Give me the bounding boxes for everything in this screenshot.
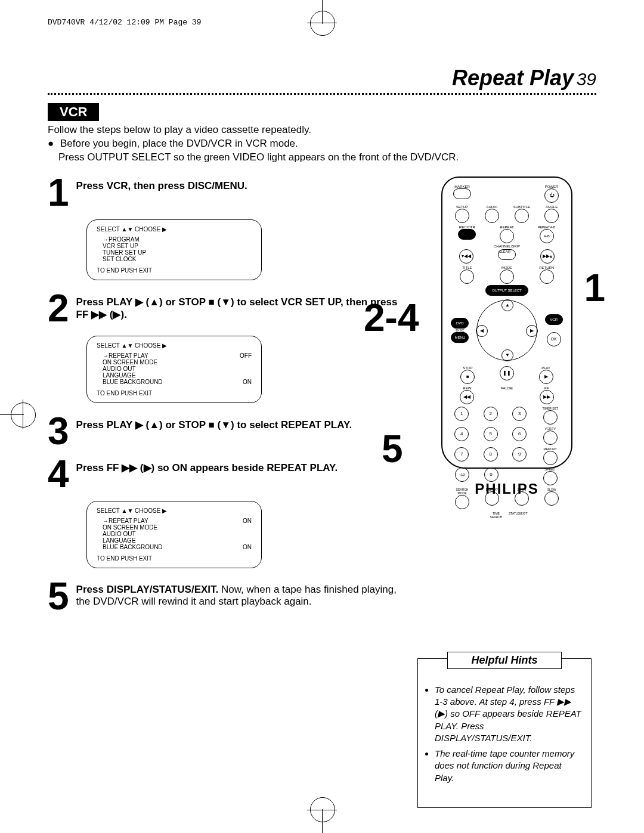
down-button: ▼: [501, 349, 513, 361]
callout-5: 5: [382, 427, 403, 471]
osd-item: AUDIO OUT: [103, 366, 136, 372]
remote-label: PLAY: [537, 366, 555, 370]
osd-value: ON: [243, 518, 252, 524]
remote-label: AUDIO: [483, 205, 501, 209]
title-button: [460, 270, 474, 284]
angle-button: [544, 209, 559, 223]
page-title: Repeat Play: [452, 66, 574, 90]
remote-label: SPEED: [541, 467, 559, 471]
helpful-hints-box: Helpful Hints To cancel Repeat Play, fol…: [417, 658, 592, 808]
num-1: 1: [454, 407, 469, 421]
step-text: Press DISPLAY/STATUS/EXIT. Now, when a t…: [76, 580, 400, 612]
step-number: 2: [48, 292, 69, 324]
callout-1: 1: [584, 266, 605, 310]
step-2: 2 Press PLAY ▶ (▲) or STOP ■ (▼) to sele…: [48, 292, 400, 324]
vcr-tv-button: [543, 431, 558, 445]
remote-label: MARKER: [453, 185, 471, 188]
osd-value: ON: [243, 544, 252, 550]
return-button: [540, 270, 554, 284]
clear-button: CLEAR: [498, 249, 516, 260]
marker-button: [453, 188, 471, 199]
osd-1: SELECT ▲▼ CHOOSE ▶ →PROGRAM VCR SET UP T…: [86, 219, 262, 280]
ff-button: ▶▶: [540, 390, 554, 404]
remote-label: STOP: [459, 366, 476, 370]
hints-body: To cancel Repeat Play, follow steps 1-3 …: [418, 678, 591, 798]
up-button: ▲: [501, 299, 513, 311]
crop-mark: [11, 402, 36, 428]
remote-label: DISC: [451, 329, 469, 332]
osd-item: AUDIO OUT: [103, 531, 136, 537]
crop-mark: [310, 11, 335, 36]
osd-line: SET CLOCK: [97, 256, 252, 262]
nav-pad: ▲ ▼ ◀ ▶: [476, 300, 537, 361]
remote-label: CLEAR: [499, 250, 510, 253]
osd-item: LANGUAGE: [103, 537, 136, 544]
osd-value: ON: [243, 379, 252, 385]
step-text: Press PLAY ▶ (▲) or STOP ■ (▼) to select…: [76, 292, 400, 324]
section-header: VCR: [48, 103, 596, 121]
page-number: 39: [577, 69, 596, 89]
num-5: 5: [484, 427, 498, 441]
remote-label: SEARCH MODE: [453, 488, 471, 495]
step-bold: Press PLAY ▶ (▲) or STOP ■ (▼) to select…: [76, 296, 398, 320]
osd-line: TUNER SET UP: [97, 249, 252, 256]
remote-label: REW: [458, 386, 476, 390]
osd-item: →REPEAT PLAY: [103, 352, 148, 359]
mode-button: [500, 270, 514, 284]
step-bold: Press PLAY ▶ (▲) or STOP ■ (▼) to select…: [76, 419, 352, 431]
speed-button: [543, 471, 558, 485]
osd-item: ON SCREEN MODE: [103, 359, 157, 366]
slow-button: [544, 491, 559, 506]
plus10-button: +10: [455, 467, 469, 482]
intro-bullet: Before you begin, place the DVD/VCR in V…: [48, 137, 596, 151]
repeat-button: [500, 229, 514, 243]
step-text: Press FF ▶▶ (▶) so ON appears beside REP…: [76, 458, 338, 490]
remote-label: OK: [551, 337, 557, 341]
remote-label: REPEAT: [498, 225, 516, 229]
next-button: ▶▶▴: [540, 249, 555, 264]
brand-logo: PHILIPS: [417, 481, 596, 497]
ok-button: OK: [547, 332, 561, 346]
remote-label: PAUSE: [498, 386, 516, 390]
num-3: 3: [512, 407, 527, 421]
right-button: ▶: [526, 325, 538, 337]
osd-footer: TO END PUSH EXIT: [97, 390, 252, 397]
remote-label: ANGLE: [543, 205, 561, 209]
osd-header: SELECT ▲▼ CHOOSE ▶: [97, 342, 252, 349]
repeat-ab-button: A-B: [540, 229, 554, 243]
step-5: 5 Press DISPLAY/STATUS/EXIT. Now, when a…: [48, 580, 400, 612]
pause-button: ❚❚: [500, 366, 514, 380]
osd-value: OFF: [240, 352, 252, 359]
callout-24: 2-4: [364, 296, 419, 340]
num-2: 2: [484, 407, 498, 421]
hints-header: Helpful Hints: [447, 652, 562, 669]
hint-item: The real-time tape counter memory does n…: [435, 748, 583, 784]
remote-label: TITLE: [458, 266, 476, 270]
step-number: 5: [48, 580, 69, 612]
step-3: 3 Press PLAY ▶ (▲) or STOP ■ (▼) to sele…: [48, 415, 400, 447]
remote-label: POWER: [543, 185, 561, 188]
osd-2: SELECT ▲▼ CHOOSE ▶ →REPEAT PLAYOFF ON SC…: [86, 336, 262, 403]
step-text: Press VCR, then press DISC/MENU.: [76, 176, 247, 209]
audio-button: [485, 209, 499, 223]
num-0: 0: [484, 467, 499, 482]
remote-column: 1 2-4 5 MARKER POWER⏻ SETUP AUDIO SUBTIT…: [417, 176, 596, 808]
osd-line: →PROGRAM: [97, 236, 252, 243]
remote-label: REC/OTR: [458, 225, 476, 229]
play-button: ▶: [539, 370, 553, 384]
osd-3: SELECT ▲▼ CHOOSE ▶ →REPEAT PLAYON ON SCR…: [86, 501, 262, 568]
divider: [48, 93, 596, 95]
steps-column: 1 Press VCR, then press DISC/MENU. SELEC…: [48, 176, 400, 808]
step-bold: Press DISPLAY/STATUS/EXIT.: [76, 584, 219, 595]
remote-label: REPEAT A-B: [538, 225, 556, 229]
osd-footer: TO END PUSH EXIT: [97, 555, 252, 562]
step-1: 1 Press VCR, then press DISC/MENU.: [48, 176, 400, 209]
intro-line: Before you begin, place the DVD/VCR in V…: [60, 138, 298, 149]
osd-item: BLUE BACKGROUND: [103, 544, 163, 550]
vcr-button: VCR: [545, 314, 563, 325]
print-header: DVD740VR 4/12/02 12:09 PM Page 39: [48, 18, 201, 27]
menu-button: MENU: [451, 332, 469, 343]
osd-item: ON SCREEN MODE: [103, 524, 157, 531]
prev-button: ▾◀◀: [459, 249, 473, 264]
memory-button: [543, 451, 558, 465]
